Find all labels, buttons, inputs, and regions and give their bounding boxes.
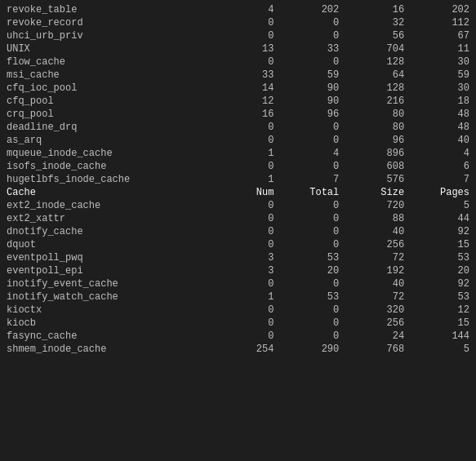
cell-pages: 48 xyxy=(407,108,473,121)
cell-name: deadline_drq xyxy=(3,121,212,134)
cell-num: 0 xyxy=(212,55,278,69)
cell-name: mqueue_inode_cache xyxy=(3,147,212,160)
cell-pages: 48 xyxy=(407,121,473,134)
cell-name: inotify_event_cache xyxy=(3,277,212,290)
table-row: UNIX 13 33 704 11 xyxy=(3,42,473,55)
cell-total: 59 xyxy=(277,69,342,82)
table-row: msi_cache 33 59 64 59 xyxy=(3,69,473,82)
table-row: inotify_event_cache 0 0 40 92 xyxy=(3,277,473,290)
cell-pages: 18 xyxy=(407,95,473,108)
cell-pages: 5 xyxy=(407,343,473,356)
cell-name: inotify_watch_cache xyxy=(3,290,212,304)
cell-size: 896 xyxy=(342,147,407,160)
cell-name: kiocb xyxy=(3,317,212,330)
cell-pages: 11 xyxy=(407,42,473,55)
table-row: fasync_cache 0 0 24 144 xyxy=(3,330,473,343)
cell-total: 290 xyxy=(277,343,342,356)
cell-total: 0 xyxy=(277,121,342,134)
cell-size: 72 xyxy=(342,290,407,304)
table-row: revoke_table 4 202 16 202 xyxy=(3,3,473,16)
cell-pages: 30 xyxy=(407,55,473,69)
cell-pages: 30 xyxy=(407,82,473,95)
cell-num: 0 xyxy=(212,212,278,225)
table-row: revoke_record 0 0 32 112 xyxy=(3,16,473,29)
cell-size: 56 xyxy=(342,29,407,42)
table-row: hugetlbfs_inode_cache 1 7 576 7 xyxy=(3,173,473,186)
cell-total: 0 xyxy=(277,212,342,225)
table-row: dnotify_cache 0 0 40 92 xyxy=(3,225,473,238)
cell-size: 128 xyxy=(342,82,407,95)
header-num: Num xyxy=(212,186,278,199)
cell-pages: 92 xyxy=(407,277,473,290)
cell-num: 3 xyxy=(212,264,278,277)
cell-name: shmem_inode_cache xyxy=(3,343,212,356)
cell-num: 254 xyxy=(212,343,278,356)
cell-size: 256 xyxy=(342,317,407,330)
table-row: mqueue_inode_cache 1 4 896 4 xyxy=(3,147,473,160)
table-row: crq_pool 16 96 80 48 xyxy=(3,108,473,121)
cell-name: flow_cache xyxy=(3,55,212,69)
cell-num: 4 xyxy=(212,3,278,16)
table-row: eventpoll_epi 3 20 192 20 xyxy=(3,264,473,277)
cell-name: ext2_xattr xyxy=(3,212,212,225)
cell-size: 40 xyxy=(342,225,407,238)
cell-total: 53 xyxy=(277,251,342,264)
cell-total: 0 xyxy=(277,134,342,147)
cell-size: 16 xyxy=(342,3,407,16)
cell-pages: 12 xyxy=(407,304,473,317)
header-total: Total xyxy=(277,186,342,199)
cell-total: 0 xyxy=(277,55,342,69)
cell-pages: 44 xyxy=(407,212,473,225)
cell-pages: 15 xyxy=(407,238,473,251)
cell-pages: 6 xyxy=(407,160,473,173)
cell-total: 0 xyxy=(277,199,342,212)
cell-total: 0 xyxy=(277,29,342,42)
cell-name: as_arq xyxy=(3,134,212,147)
cell-size: 720 xyxy=(342,199,407,212)
table-row: cfq_pool 12 90 216 18 xyxy=(3,95,473,108)
cell-name: ext2_inode_cache xyxy=(3,199,212,212)
cell-name: msi_cache xyxy=(3,69,212,82)
cell-name: dquot xyxy=(3,238,212,251)
cell-num: 3 xyxy=(212,251,278,264)
cell-pages: 4 xyxy=(407,147,473,160)
table-row: kioctx 0 0 320 12 xyxy=(3,304,473,317)
cell-pages: 53 xyxy=(407,290,473,304)
cell-size: 88 xyxy=(342,212,407,225)
cell-name: kioctx xyxy=(3,304,212,317)
cell-total: 90 xyxy=(277,82,342,95)
cell-num: 1 xyxy=(212,290,278,304)
cell-num: 0 xyxy=(212,160,278,173)
cell-total: 0 xyxy=(277,304,342,317)
cell-total: 4 xyxy=(277,147,342,160)
cell-pages: 112 xyxy=(407,16,473,29)
cell-num: 0 xyxy=(212,16,278,29)
cell-num: 0 xyxy=(212,277,278,290)
cell-pages: 15 xyxy=(407,317,473,330)
cell-size: 256 xyxy=(342,238,407,251)
cell-name: dnotify_cache xyxy=(3,225,212,238)
cell-name: eventpoll_pwq xyxy=(3,251,212,264)
table-row: flow_cache 0 0 128 30 xyxy=(3,55,473,69)
cell-name: cfq_pool xyxy=(3,95,212,108)
cell-num: 0 xyxy=(212,330,278,343)
cell-num: 14 xyxy=(212,82,278,95)
cell-size: 216 xyxy=(342,95,407,108)
table-row: ext2_inode_cache 0 0 720 5 xyxy=(3,199,473,212)
cell-total: 0 xyxy=(277,238,342,251)
cell-total: 0 xyxy=(277,160,342,173)
cell-size: 768 xyxy=(342,343,407,356)
header-name: Cache xyxy=(3,186,212,199)
cell-pages: 202 xyxy=(407,3,473,16)
table-row: cfq_ioc_pool 14 90 128 30 xyxy=(3,82,473,95)
cell-total: 96 xyxy=(277,108,342,121)
cell-size: 64 xyxy=(342,69,407,82)
cell-num: 0 xyxy=(212,199,278,212)
table-row: ext2_xattr 0 0 88 44 xyxy=(3,212,473,225)
table-row: as_arq 0 0 96 40 xyxy=(3,134,473,147)
cell-name: revoke_record xyxy=(3,16,212,29)
cell-name: revoke_table xyxy=(3,3,212,16)
cell-size: 80 xyxy=(342,121,407,134)
cell-total: 33 xyxy=(277,42,342,55)
cell-num: 1 xyxy=(212,173,278,186)
